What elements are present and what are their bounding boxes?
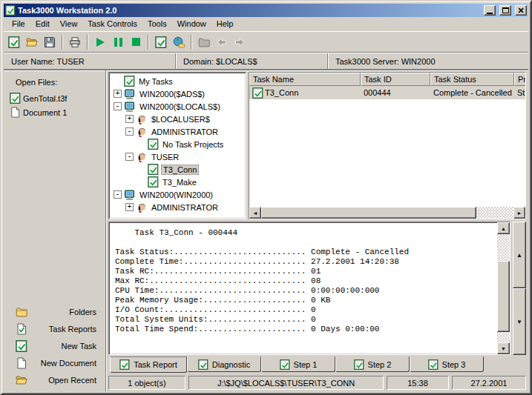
status-date: 27.2.2001 <box>452 376 526 390</box>
collapse-minus-icon[interactable]: - <box>114 102 122 110</box>
scrollbar-track[interactable] <box>497 234 510 261</box>
task-file-icon <box>10 93 21 104</box>
cell-task-name: T3_Conn <box>249 87 361 99</box>
minimize-button[interactable] <box>484 5 496 16</box>
tree-item-administrator[interactable]: - ADMINISTRATOR <box>111 125 246 138</box>
expand-plus-icon[interactable]: + <box>125 203 134 211</box>
tab-task-report[interactable]: Task Report <box>110 356 187 373</box>
pane-scroll-down-icon[interactable]: ▼ <box>513 288 526 355</box>
scrollbar-track[interactable] <box>476 207 513 219</box>
menu-edit[interactable]: Edit <box>30 18 55 30</box>
column-truncated[interactable]: Pr <box>514 73 526 86</box>
table-body-empty <box>249 99 525 207</box>
new-task-sidebar-button[interactable]: New Task <box>4 337 105 354</box>
tab-step-1[interactable]: Step 1 <box>261 356 335 372</box>
tree-item-t3-conn[interactable]: T3_Conn <box>111 163 246 176</box>
user-icon <box>136 126 148 138</box>
tab-step-3[interactable]: Step 3 <box>410 356 484 372</box>
expand-plus-icon[interactable]: + <box>114 90 122 98</box>
menu-bar: File Edit View Task Controls Tools Windo… <box>4 17 528 31</box>
tab-label: Step 3 <box>442 360 466 369</box>
start-task-button[interactable] <box>91 33 109 50</box>
forward-button[interactable] <box>231 33 249 50</box>
save-icon <box>44 36 56 48</box>
pane-scrollbar[interactable]: ▲ ▼ <box>513 222 526 355</box>
tree-label: ADMINISTRATOR <box>150 203 220 212</box>
scrollbar-track[interactable] <box>497 332 510 342</box>
column-task-id[interactable]: Task ID <box>361 73 430 86</box>
report-vertical-scrollbar[interactable]: ▲ ▼ <box>497 222 510 354</box>
folder-disabled-icon <box>198 36 210 48</box>
scroll-up-icon[interactable]: ▲ <box>497 222 510 234</box>
column-task-status[interactable]: Task Status <box>430 73 514 86</box>
tab-label: Step 1 <box>294 360 318 369</box>
tree-item-win2000-ads[interactable]: + WIN2000($ADS$) <box>111 87 246 100</box>
minimize-icon <box>487 13 493 14</box>
scrollbar-thumb[interactable] <box>497 261 510 332</box>
tree-item-win2000-win2000[interactable]: - WIN2000(WIN2000) <box>111 188 246 201</box>
tree-item-t3-make[interactable]: T3_Make <box>111 176 246 188</box>
new-task-button[interactable] <box>5 33 23 50</box>
task-reports-label: Task Reports <box>27 325 96 333</box>
tree-item-tuser[interactable]: - TUSER <box>111 150 246 163</box>
back-button[interactable] <box>213 33 231 50</box>
open-file-name: Document 1 <box>23 108 67 117</box>
collapse-minus-icon[interactable]: - <box>125 127 134 136</box>
pane-scroll-up-icon[interactable]: ▲ <box>513 222 526 288</box>
print-button[interactable] <box>66 33 84 50</box>
column-task-name[interactable]: Task Name <box>249 73 361 86</box>
open-button[interactable] <box>23 33 41 50</box>
scrollbar-thumb[interactable] <box>261 207 476 219</box>
user-icon <box>136 113 148 125</box>
task-icon <box>148 164 159 175</box>
save-button[interactable] <box>41 33 59 50</box>
pause-task-button[interactable] <box>109 33 127 50</box>
tree-item-win2000-locals[interactable]: - WIN2000($LOCALS$) <box>111 100 246 113</box>
table-horizontal-scrollbar[interactable]: ◄ ► <box>249 207 525 219</box>
task-icon <box>148 176 159 187</box>
task-icon <box>280 359 290 370</box>
computer-icon <box>124 189 136 201</box>
task-icon <box>148 139 159 150</box>
maximize-icon <box>502 7 509 13</box>
toolbar-separator <box>62 35 63 50</box>
open-file-gentotal[interactable]: GenTotal.t3f <box>4 91 105 105</box>
scroll-right-icon[interactable]: ► <box>513 207 525 219</box>
maximize-button[interactable] <box>499 5 511 16</box>
menu-view[interactable]: View <box>55 18 83 30</box>
close-button[interactable]: ✕ <box>515 5 527 16</box>
status-bar: 1 object(s) J:\$JQ\$LOCALS$\TUSER\T3_CON… <box>106 374 528 391</box>
open-recent-button[interactable]: Open Recent <box>4 371 105 388</box>
task-tree: My Tasks + WIN2000($ADS$) - WIN2000($LOC… <box>108 72 246 219</box>
stop-task-button[interactable] <box>127 33 145 50</box>
expand-plus-icon[interactable]: + <box>125 115 134 123</box>
recent-folder-button[interactable] <box>195 33 213 50</box>
task-reports-button[interactable]: Task Reports <box>4 320 105 337</box>
new-document-button[interactable]: New Document <box>4 354 105 371</box>
open-folder-icon <box>26 36 38 48</box>
menu-file[interactable]: File <box>7 18 30 30</box>
title-bar[interactable]: Task3000 Workstation 2.0 ✕ <box>4 4 528 17</box>
table-row[interactable]: T3_Conn 000444 Complete - Cancelled St <box>249 86 525 99</box>
tree-item-no-task-projects[interactable]: No Task Projects <box>111 138 246 150</box>
info-bar: User Name: TUSER Domain: $LOCALS$ Task30… <box>4 53 528 70</box>
menu-help[interactable]: Help <box>211 18 239 30</box>
tree-item-my-tasks[interactable]: My Tasks <box>111 75 246 87</box>
menu-tools[interactable]: Tools <box>142 18 172 30</box>
scroll-down-icon[interactable]: ▼ <box>497 342 510 354</box>
menu-task-controls[interactable]: Task Controls <box>82 18 142 30</box>
task-view-button[interactable] <box>152 33 170 50</box>
publish-button[interactable] <box>170 33 188 50</box>
tab-diagnostic[interactable]: Diagnostic <box>187 356 261 372</box>
scroll-left-icon[interactable]: ◄ <box>249 207 261 219</box>
open-file-document1[interactable]: Document 1 <box>4 105 105 119</box>
collapse-minus-icon[interactable]: - <box>125 153 134 161</box>
user-icon <box>136 202 148 213</box>
tree-item-administrator-2[interactable]: + ADMINISTRATOR <box>111 201 246 213</box>
tab-step-2[interactable]: Step 2 <box>335 356 410 372</box>
task-icon <box>428 359 439 370</box>
tree-item-localuser[interactable]: + $LOCALUSER$ <box>111 113 246 125</box>
folders-button[interactable]: Folders <box>4 303 105 320</box>
menu-window[interactable]: Window <box>172 18 211 30</box>
collapse-minus-icon[interactable]: - <box>114 190 122 199</box>
